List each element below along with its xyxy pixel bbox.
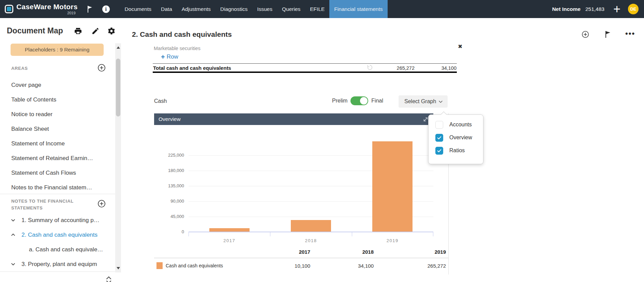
x-axis-tick — [189, 232, 189, 236]
sidebar-scrollbar[interactable] — [115, 43, 121, 272]
table-header-2018: 2018 — [313, 249, 376, 258]
document-map-sidebar: Document Map Placeholders : 9 Remaining … — [0, 18, 121, 282]
areas-header: AREAS — [11, 65, 28, 72]
notes-section-header: NOTES TO THE FINANCIAL STATEMENTS — [11, 198, 88, 212]
bar-2017 — [209, 228, 250, 232]
flag-document-icon[interactable] — [604, 31, 611, 38]
chevron-up-icon[interactable] — [11, 232, 16, 238]
sidebar-item-table-of-contents[interactable]: Table of Contents — [0, 92, 115, 107]
brand-year: 2019 — [67, 11, 75, 15]
divider — [0, 194, 116, 194]
prelim-final-toggle[interactable] — [350, 96, 368, 105]
add-note-icon[interactable] — [97, 199, 106, 208]
sidebar-item-notes-to-the-financial-statem[interactable]: Notes to the Financial statem… — [0, 180, 115, 195]
value-2019: 265,272 — [376, 263, 449, 269]
plus-icon: + — [161, 53, 165, 60]
placeholders-badge: Placeholders : 9 Remaining — [11, 44, 104, 56]
y-tick-label: 135,000 — [154, 183, 184, 188]
x-axis-line — [189, 232, 433, 232]
notes-list: 1. Summary of accounting p…2. Cash and c… — [0, 213, 115, 271]
app-window: CaseWare Motors 2019 i DocumentsDataAdju… — [0, 0, 644, 282]
menu-item-documents[interactable]: Documents — [120, 0, 156, 18]
sidebar-item-statement-of-retained-earnin[interactable]: Statement of Retained Earnin… — [0, 151, 115, 166]
menu-item-financial-statements[interactable]: Financial statements — [329, 0, 387, 18]
checkbox-ratios[interactable] — [435, 147, 443, 155]
prelim-final-toggle-group: Prelim Final — [332, 96, 383, 105]
net-income-label: Net Income — [552, 6, 581, 12]
note-name-label: Marketable securities — [154, 46, 200, 51]
gear-icon[interactable] — [107, 27, 116, 35]
avatar[interactable]: DE — [628, 4, 639, 14]
add-row-button[interactable]: + Row — [161, 53, 178, 60]
sidebar-item-notice-to-reader[interactable]: Notice to reader — [0, 107, 115, 122]
brand-name: CaseWare Motors — [16, 3, 78, 11]
top-menu: DocumentsDataAdjustmentsDiagnosticsIssue… — [120, 0, 388, 18]
dropdown-option-ratios[interactable]: Ratios — [429, 144, 483, 157]
menu-item-efile[interactable]: EFILE — [305, 0, 329, 18]
scroll-up-arrow-icon[interactable] — [117, 46, 120, 49]
close-icon[interactable]: ✖ — [458, 43, 462, 50]
add-icon[interactable]: + — [613, 4, 620, 14]
sidebar-item-balance-sheet[interactable]: Balance Sheet — [0, 122, 115, 136]
total-row-label: Total cash and cash equivalents — [153, 65, 231, 71]
sidebar-note-a-cash-and-cash-equivale[interactable]: a. Cash and cash equivale… — [0, 242, 115, 257]
sidebar-item-cover-page[interactable]: Cover page — [0, 78, 115, 92]
toggle-knob — [360, 97, 368, 105]
select-graph-dropdown: AccountsOverviewRatios — [428, 114, 483, 164]
refresh-icon — [366, 64, 373, 71]
expand-icon[interactable] — [423, 116, 429, 122]
section-label-cash: Cash — [154, 98, 167, 104]
checkbox-overview[interactable] — [435, 134, 443, 142]
checkbox-accounts[interactable] — [435, 121, 443, 129]
divider — [0, 271, 116, 272]
select-graph-button[interactable]: Select Graph — [399, 95, 448, 108]
value-2018: 34,100 — [313, 263, 376, 269]
table-row: Cash and cash equivalents10,10034,100265… — [154, 258, 449, 273]
y-tick-label: 180,000 — [154, 168, 184, 173]
chart-data-table: 201720182019Cash and cash equivalents10,… — [154, 242, 449, 273]
total-prior-value: 34,100 — [422, 65, 456, 71]
menu-item-queries[interactable]: Queries — [277, 0, 305, 18]
toggle-right-label: Final — [371, 98, 383, 104]
y-tick-label: 90,000 — [154, 199, 184, 204]
menu-item-adjustments[interactable]: Adjustments — [177, 0, 215, 18]
y-tick-label: 225,000 — [154, 153, 184, 158]
dropdown-option-overview[interactable]: Overview — [429, 131, 483, 144]
scrollbar-thumb[interactable] — [116, 59, 120, 116]
y-tick-label: 0 — [154, 229, 184, 234]
main-content: 2. Cash and cash equivalents ••• Marketa… — [121, 18, 644, 282]
dropdown-option-accounts[interactable]: Accounts — [429, 118, 483, 131]
page-title: 2. Cash and cash equivalents — [132, 30, 232, 38]
menu-item-issues[interactable]: Issues — [252, 0, 277, 18]
toggle-left-label: Prelim — [332, 98, 347, 104]
sidebar-note-3-property-plant-and-equipm[interactable]: 3. Property, plant and equipm — [0, 257, 115, 271]
menu-item-diagnostics[interactable]: Diagnostics — [215, 0, 252, 18]
more-options-icon[interactable]: ••• — [625, 29, 635, 38]
add-content-icon[interactable] — [581, 30, 589, 38]
total-row-underline — [153, 72, 457, 73]
x-axis-tick — [352, 232, 352, 236]
caseware-logo-icon — [5, 5, 13, 13]
bar-2018 — [291, 220, 331, 232]
info-icon[interactable]: i — [102, 5, 110, 13]
value-2017: 10,100 — [262, 263, 313, 269]
edit-pencil-icon[interactable] — [91, 27, 100, 35]
sidebar-note-1-summary-of-accounting-p[interactable]: 1. Summary of accounting p… — [0, 213, 115, 228]
x-axis-tick — [270, 232, 270, 236]
chevron-down-icon[interactable] — [11, 262, 16, 267]
total-current-value: 265,272 — [380, 65, 415, 71]
sidebar-item-statement-of-income[interactable]: Statement of Income — [0, 136, 115, 151]
x-axis-tick — [433, 232, 433, 236]
scroll-down-arrow-icon[interactable] — [117, 267, 120, 269]
add-area-icon[interactable] — [97, 63, 106, 72]
overview-graph-panel: Overview 045,00090,000135,000180,000225,… — [154, 113, 449, 275]
sidebar-item-statement-of-cash-flows[interactable]: Statement of Cash Flows — [0, 166, 115, 180]
menu-item-data[interactable]: Data — [156, 0, 177, 18]
print-icon[interactable] — [74, 27, 82, 35]
brand: CaseWare Motors 2019 — [5, 3, 78, 15]
chevron-down-icon[interactable] — [11, 218, 16, 223]
sidebar-note-2-cash-and-cash-equivalents[interactable]: 2. Cash and cash equivalents — [0, 228, 115, 242]
unfold-more-icon[interactable] — [105, 276, 113, 282]
bar-2019 — [372, 141, 413, 232]
flag-icon[interactable] — [87, 5, 93, 13]
